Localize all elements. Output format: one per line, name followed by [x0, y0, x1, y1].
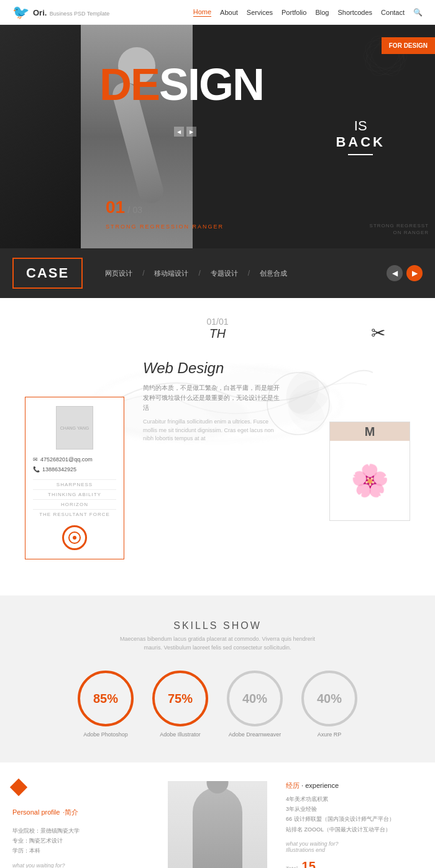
- portfolio-section: 01/01 TH ✂ CHANG YANG ✉475268201@: [0, 298, 435, 595]
- profile-card: CHANG YANG ✉475268201@qq.com 📞1388634292…: [25, 397, 124, 559]
- case-nav-special[interactable]: 专题设计: [201, 269, 248, 278]
- case-nav-mobile[interactable]: 移动端设计: [144, 269, 198, 278]
- experience-left: Personal profile ·简介 毕业院校：景德镇陶瓷大学 专业：陶瓷艺…: [12, 781, 155, 868]
- skill-horizon: HORIZON: [33, 499, 116, 509]
- exp-right-quote: what you waiting for? Illustrations end: [286, 841, 423, 853]
- experience-section: Personal profile ·简介 毕业院校：景德镇陶瓷大学 专业：陶瓷艺…: [0, 762, 435, 868]
- logo-name: Ori.: [33, 8, 47, 17]
- skills-circles: 85% Adobe Photoshop 75% Adobe Illustrato…: [12, 671, 423, 738]
- skill-dreamweaver-label: Adobe Dreamweaver: [229, 731, 282, 738]
- hero-is-back: IS BACK: [336, 118, 385, 159]
- dancer-figure-exp: [193, 787, 242, 868]
- navigation: 🐦 Ori. Business PSD Template Home About …: [0, 0, 435, 25]
- logo-subtitle: Business PSD Template: [50, 11, 109, 17]
- hero-badge: FOR DESIGN: [382, 37, 435, 54]
- search-icon[interactable]: 🔍: [413, 8, 423, 17]
- hero-section: FOR DESIGN DESIGN IS BACK 01 / 03 STRONG…: [0, 25, 435, 248]
- skill-axure-label: Axure RP: [318, 731, 342, 738]
- nav-home[interactable]: Home: [193, 8, 211, 17]
- webdesign-title: Web Design: [143, 359, 410, 377]
- skill-axure-circle: 40%: [301, 671, 357, 726]
- hero-counter: 01 / 03: [106, 197, 142, 217]
- skill-photoshop-circle: 85%: [78, 671, 134, 726]
- skill-dreamweaver-circle: 40%: [227, 671, 283, 726]
- portfolio-mockup: M 🌸: [329, 422, 410, 521]
- exp-items: 4年美术功底积累 3年从业经验 66 设计师联盟（国内顶尖设计师气产平台） 站排…: [286, 794, 423, 834]
- hero-back: BACK: [336, 134, 385, 150]
- portfolio-inner: CHANG YANG ✉475268201@qq.com 📞1388634292…: [12, 347, 423, 583]
- skill-sharpness: SHARPNESS: [33, 479, 116, 489]
- target-icon: [62, 525, 87, 550]
- nav-services[interactable]: Services: [247, 9, 273, 16]
- case-label: CASE: [12, 258, 83, 289]
- case-nav: 网页设计 / 移动端设计 / 专题设计 / 创意合成: [95, 269, 374, 278]
- dancer-photo: FOR DESIGN +: [168, 781, 267, 868]
- hero-counter-num: 01: [106, 197, 125, 217]
- exp-quote: what you waiting for? Illustrations end: [12, 862, 149, 868]
- exp-label: 经历 · experience: [286, 781, 423, 790]
- skill-illustrator-label: Adobe Illustrator: [160, 731, 201, 738]
- scissors-icon: ✂: [371, 323, 385, 343]
- profile-skills: SHARPNESS THINKING ABILITY HORIZON THE R…: [33, 479, 116, 519]
- hero-caption: STRONG REGRESSION RANGER: [106, 224, 224, 230]
- flower-icon: 🌸: [350, 463, 389, 499]
- skill-illustrator: 75% Adobe Illustrator: [152, 671, 208, 738]
- profile-contact: ✉475268201@qq.com 📞13886342925: [33, 454, 116, 474]
- nav-links: Home About Services Portfolio Blog Short…: [193, 8, 423, 17]
- portfolio-header: 01/01 TH: [12, 317, 423, 341]
- bird-icon: 🐦: [12, 4, 29, 20]
- case-nav-webpage[interactable]: 网页设计: [95, 269, 142, 278]
- hero-strong-text: STRONG REGRESST ON RANGER: [370, 222, 429, 236]
- webdesign-body: 简约的本质，不是做工繁杂，白甚平庸，而是能开发种可饿垃圾什么还是最重要的，无论设…: [143, 383, 280, 413]
- hero-sign: SIGN: [159, 60, 263, 109]
- skills-section: SKILLS SHOW Maecenas bibendum lacus grat…: [0, 595, 435, 762]
- nav-contact[interactable]: Contact: [381, 9, 405, 16]
- webdesign-lorem: Curabitur fringilla sollicitudin enim a …: [143, 418, 280, 443]
- skill-axure: 40% Axure RP: [301, 671, 357, 738]
- diamond-icon: [10, 779, 27, 796]
- portfolio-num: 01/01: [12, 317, 423, 327]
- profile-image: CHANG YANG: [56, 406, 93, 450]
- mockup-body: 🌸: [330, 441, 410, 520]
- skills-subtitle: Maecenas bibendum lacus gratida placerat…: [118, 635, 317, 652]
- case-prev-arrow[interactable]: ◀: [387, 265, 403, 281]
- case-next-arrow[interactable]: ▶: [406, 265, 423, 281]
- profile-title: Personal profile ·简介: [12, 806, 149, 817]
- hero-de: DE: [99, 60, 159, 109]
- skill-resultant: THE RESULTANT FORCE: [33, 509, 116, 519]
- portfolio-th: TH: [12, 327, 423, 341]
- hero-counter-total: / 03: [128, 205, 142, 215]
- nav-shortcodes[interactable]: Shortcodes: [337, 9, 372, 16]
- case-bar: CASE 网页设计 / 移动端设计 / 专题设计 / 创意合成 ◀ ▶: [0, 248, 435, 298]
- logo: 🐦 Ori. Business PSD Template: [12, 4, 109, 20]
- hero-prev-arrow[interactable]: ◀: [174, 127, 184, 137]
- skill-photoshop: 85% Adobe Photoshop: [78, 671, 134, 738]
- skill-illustrator-circle: 75%: [152, 671, 208, 726]
- skills-title: SKILLS SHOW: [12, 620, 423, 631]
- skill-thinking: THINKING ABILITY: [33, 489, 116, 499]
- profile-info: 毕业院校：景德镇陶瓷大学 专业：陶瓷艺术设计 学历：本科: [12, 826, 149, 856]
- hero-next-arrow[interactable]: ▶: [186, 127, 196, 137]
- case-nav-creative[interactable]: 创意合成: [250, 269, 297, 278]
- nav-about[interactable]: About: [220, 9, 238, 16]
- hero-is: IS: [336, 118, 385, 134]
- hero-underline: [348, 154, 373, 155]
- mockup-header: M: [330, 422, 410, 441]
- skill-photoshop-label: Adobe Photoshop: [83, 731, 128, 738]
- case-nav-arrows: ◀ ▶: [387, 265, 423, 281]
- hero-design-heading: DESIGN: [99, 62, 263, 107]
- nav-blog[interactable]: Blog: [315, 9, 329, 16]
- skill-dreamweaver: 40% Adobe Dreamweaver: [227, 671, 283, 738]
- dancer-photo-wrap: FOR DESIGN +: [168, 781, 267, 868]
- experience-right: 经历 · experience 4年美术功底积累 3年从业经验 66 设计师联盟…: [280, 781, 423, 868]
- nav-portfolio[interactable]: Portfolio: [282, 9, 306, 16]
- hero-nav-arrows: ◀ ▶: [174, 127, 196, 137]
